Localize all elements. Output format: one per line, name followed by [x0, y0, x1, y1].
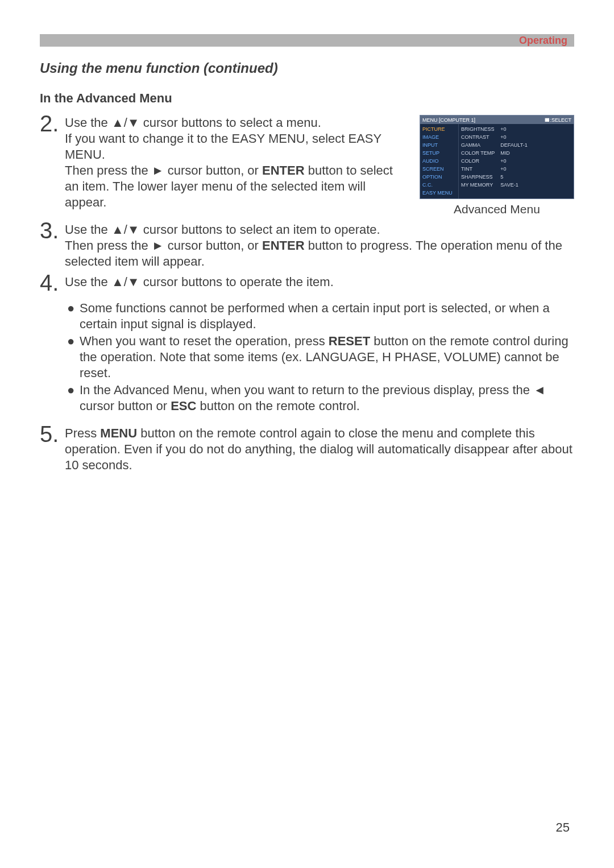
step5-a1: Press	[65, 426, 100, 440]
step-4: 4. Use the ▲/▼ cursor buttons to operate…	[40, 273, 574, 292]
osd-value-sharpness: 5	[500, 173, 571, 181]
step3-line-a: Use the ▲/▼ cursor buttons to select an …	[65, 222, 380, 237]
page-number: 25	[556, 820, 570, 835]
step5-menu-bold: MENU	[100, 426, 137, 440]
step2-enter-bold: ENTER	[262, 163, 305, 177]
step5-a2: button on the remote control again to cl…	[65, 426, 572, 472]
step2-line-b: If you want to change it to the EASY MEN…	[65, 131, 381, 162]
bullet-list: ● Some functions cannot be performed whe…	[67, 300, 574, 414]
page-title: Using the menu function (continued)	[40, 60, 574, 76]
step2-line-c1: Then press the ► cursor button, or	[65, 163, 262, 177]
page-subtitle: In the Advanced Menu	[40, 91, 574, 106]
osd-item-audio: AUDIO	[422, 158, 456, 165]
osd-item-cc: C.C.	[422, 181, 456, 189]
osd-item-easymenu: EASY MENU	[422, 189, 456, 197]
osd-item-option: OPTION	[422, 173, 456, 181]
step-body-3: Use the ▲/▼ cursor buttons to select an …	[65, 221, 574, 270]
osd-title-right: ⯀:SELECT	[545, 117, 571, 123]
osd-titlebar: MENU [COMPUTER 1] ⯀:SELECT	[420, 115, 574, 124]
bullet-3-text: In the Advanced Menu, when you want to r…	[80, 382, 574, 414]
step-5: 5. Press MENU button on the remote contr…	[40, 424, 574, 473]
step-number-4: 4.	[40, 273, 65, 292]
step-body-4: Use the ▲/▼ cursor buttons to operate th…	[65, 273, 334, 290]
bullet-2: ● When you want to reset the operation, …	[67, 333, 574, 381]
osd-item-image: IMAGE	[422, 134, 456, 141]
bullet-2-text: When you want to reset the operation, pr…	[80, 333, 574, 381]
step4-line-a: Use the ▲/▼ cursor buttons to operate th…	[65, 275, 334, 289]
step2-line-a: Use the ▲/▼ cursor buttons to select a m…	[65, 115, 321, 130]
bullet-dot-icon: ●	[67, 300, 80, 332]
osd-item-setup: SETUP	[422, 150, 456, 157]
step3-enter-bold: ENTER	[262, 238, 305, 253]
step-2: 2. Use the ▲/▼ cursor buttons to select …	[40, 114, 408, 210]
figure-caption: Advanced Menu	[420, 202, 574, 216]
osd-label-gamma: GAMMA	[461, 142, 495, 149]
osd-label-tint: TINT	[461, 166, 495, 173]
osd-value-mymemory: SAVE-1	[500, 181, 571, 189]
bullet-dot-icon: ●	[67, 333, 80, 381]
osd-left-menu: PICTURE IMAGE INPUT SETUP AUDIO SCREEN O…	[420, 124, 459, 199]
step-number-3: 3.	[40, 221, 65, 240]
osd-value-gamma: DEFAULT-1	[500, 142, 571, 149]
step-number-5: 5.	[40, 424, 65, 444]
bullet-1-text: Some functions cannot be performed when …	[80, 300, 574, 332]
step3-line-b1: Then press the ► cursor button, or	[65, 238, 262, 253]
step-number-2: 2.	[40, 114, 65, 133]
bullet-3: ● In the Advanced Menu, when you want to…	[67, 382, 574, 414]
step-body-5: Press MENU button on the remote control …	[65, 424, 574, 473]
bullet-2a: When you want to reset the operation, pr…	[80, 334, 329, 348]
osd-label-sharpness: SHARPNESS	[461, 173, 495, 181]
osd-item-screen: SCREEN	[422, 166, 456, 173]
section-header-bar: Operating	[40, 34, 574, 47]
osd-item-picture: PICTURE	[422, 126, 456, 133]
advanced-menu-figure: MENU [COMPUTER 1] ⯀:SELECT PICTURE IMAGE…	[420, 114, 574, 216]
osd-right-values: BRIGHTNESS+0 CONTRAST+0 GAMMADEFAULT-1 C…	[459, 124, 574, 199]
osd-value-tint: +0	[500, 166, 571, 173]
bullet-3-esc-bold: ESC	[171, 399, 196, 413]
bullet-dot-icon: ●	[67, 382, 80, 414]
step-3: 3. Use the ▲/▼ cursor buttons to select …	[40, 221, 574, 270]
bullet-2-reset-bold: RESET	[329, 334, 370, 348]
osd-label-color: COLOR	[461, 158, 495, 165]
osd-value-brightness: +0	[500, 126, 571, 133]
osd-screenshot: MENU [COMPUTER 1] ⯀:SELECT PICTURE IMAGE…	[420, 115, 574, 199]
bullet-1: ● Some functions cannot be performed whe…	[67, 300, 574, 332]
osd-label-mymemory: MY MEMORY	[461, 181, 495, 189]
section-label: Operating	[519, 35, 567, 47]
osd-label-brightness: BRIGHTNESS	[461, 126, 495, 133]
osd-value-color: +0	[500, 158, 571, 165]
osd-label-contrast: CONTRAST	[461, 134, 495, 141]
osd-value-colortemp: MID	[500, 150, 571, 157]
bullet-3b: button on the remote control.	[196, 399, 359, 413]
step-body-2: Use the ▲/▼ cursor buttons to select a m…	[65, 114, 408, 210]
osd-title-left: MENU [COMPUTER 1]	[422, 117, 475, 123]
osd-item-input: INPUT	[422, 142, 456, 149]
osd-value-contrast: +0	[500, 134, 571, 141]
osd-label-colortemp: COLOR TEMP	[461, 150, 495, 157]
